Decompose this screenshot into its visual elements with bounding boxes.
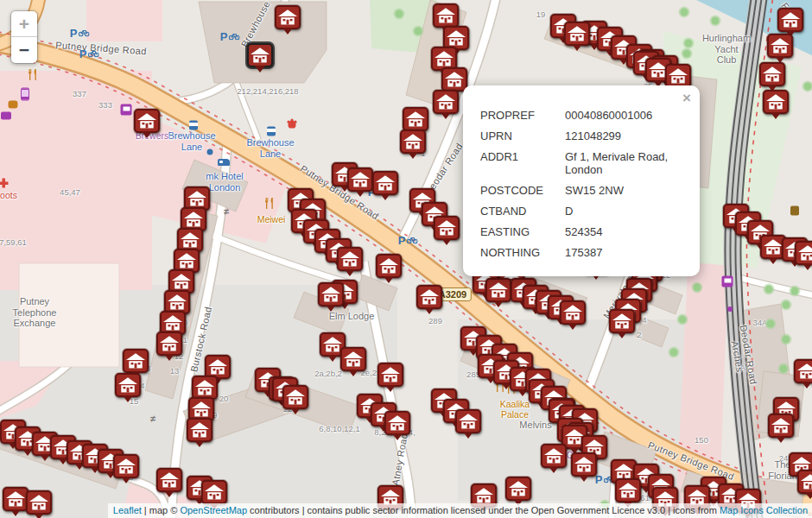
property-marker[interactable] — [505, 477, 531, 501]
selected-property-marker[interactable] — [247, 43, 273, 67]
popup-row: NORTHING175387 — [480, 242, 684, 262]
zoom-control: + − — [11, 11, 37, 63]
property-marker[interactable] — [115, 373, 141, 397]
tree-icon — [712, 17, 720, 25]
tree-icon — [783, 301, 790, 309]
property-marker[interactable] — [113, 454, 139, 478]
popup-field-label: NORTHING — [480, 246, 565, 259]
map-viewport[interactable]: 33733345,477,59,61212,214,216,218289285,… — [0, 0, 812, 518]
property-marker[interactable] — [485, 278, 511, 302]
property-marker[interactable] — [609, 309, 635, 333]
tree-icon — [681, 9, 688, 16]
property-marker[interactable] — [795, 241, 812, 265]
tree-icon — [396, 10, 403, 18]
tree-icon — [804, 83, 812, 91]
property-marker[interactable] — [347, 167, 373, 192]
property-marker[interactable] — [433, 90, 459, 114]
property-marker[interactable] — [384, 411, 410, 435]
popup-field-value: Gf 1, Merivale Road, London — [565, 150, 684, 176]
property-marker[interactable] — [3, 487, 29, 511]
property-marker[interactable] — [560, 300, 586, 325]
property-marker[interactable] — [282, 385, 308, 409]
popup-row: PROPREF00040860001006 — [480, 104, 684, 125]
attribution-link[interactable]: Leaflet — [113, 505, 142, 515]
tree-icon — [780, 365, 788, 373]
attribution-link[interactable]: OpenStreetMap — [180, 505, 247, 515]
zoom-out-button[interactable]: − — [11, 37, 37, 63]
property-marker[interactable] — [665, 64, 691, 88]
property-marker[interactable] — [797, 470, 812, 494]
attribution-link[interactable]: Map Icons Collection — [720, 505, 808, 515]
property-marker[interactable] — [541, 444, 567, 468]
popup-row: UPRN121048299 — [480, 125, 684, 146]
property-marker[interactable] — [337, 247, 363, 271]
property-marker[interactable] — [377, 363, 403, 387]
attribution-text: contributors | contains public sector in… — [247, 505, 720, 515]
tree-icon — [679, 316, 687, 324]
popup-field-value: SW15 2NW — [565, 184, 684, 197]
property-marker[interactable] — [441, 67, 467, 92]
attribution-text: | map © — [142, 505, 181, 515]
property-marker[interactable] — [767, 34, 793, 58]
popup-field-label: UPRN — [480, 130, 565, 142]
property-marker[interactable] — [455, 409, 481, 433]
property-marker[interactable] — [201, 480, 227, 504]
property-popup: × PROPREF00040860001006UPRN121048299ADDR… — [463, 85, 700, 276]
tree-icon — [767, 320, 775, 328]
tree-icon — [783, 336, 790, 344]
property-marker[interactable] — [564, 22, 590, 46]
property-marker[interactable] — [318, 282, 344, 306]
popup-field-label: CTBAND — [480, 205, 565, 218]
popup-field-label: ADDR1 — [480, 150, 565, 176]
popup-row: POSTCODESW15 2NW — [480, 180, 684, 200]
popup-rows: PROPREF00040860001006UPRN121048299ADDR1G… — [480, 104, 684, 262]
property-marker[interactable] — [416, 285, 442, 309]
popup-field-value: 175387 — [565, 246, 684, 259]
property-marker[interactable] — [763, 90, 789, 114]
map-attribution: Leaflet | map © OpenStreetMap contributo… — [108, 503, 812, 518]
popup-field-value: 524354 — [565, 225, 684, 238]
property-marker[interactable] — [275, 5, 301, 29]
popup-row: CTBANDD — [480, 200, 684, 221]
tree-icon — [415, 28, 422, 35]
property-marker[interactable] — [192, 376, 218, 400]
tree-icon — [685, 40, 693, 47]
property-marker[interactable] — [123, 349, 149, 373]
property-marker[interactable] — [156, 332, 182, 356]
tree-icon — [765, 286, 773, 294]
popup-close-icon[interactable]: × — [682, 90, 691, 107]
popup-field-label: PROPREF — [480, 109, 565, 122]
popup-field-value: D — [565, 205, 684, 218]
property-marker[interactable] — [187, 418, 213, 442]
property-marker[interactable] — [433, 3, 459, 28]
property-marker[interactable] — [571, 452, 597, 477]
popup-field-label: POSTCODE — [480, 184, 565, 197]
tree-icon — [670, 349, 678, 357]
popup-row: ADDR1Gf 1, Merivale Road, London — [480, 146, 684, 180]
popup-field-value: 121048299 — [565, 130, 684, 142]
property-marker[interactable] — [615, 478, 641, 502]
property-marker[interactable] — [794, 359, 812, 383]
property-marker[interactable] — [372, 171, 398, 195]
property-marker[interactable] — [26, 490, 52, 515]
property-marker[interactable] — [400, 130, 426, 154]
tree-icon — [694, 284, 701, 292]
tree-icon — [683, 50, 691, 58]
property-marker[interactable] — [759, 62, 785, 86]
property-marker[interactable] — [777, 8, 803, 32]
popup-row: EASTING524354 — [480, 221, 684, 242]
property-marker[interactable] — [403, 107, 428, 131]
popup-field-label: EASTING — [480, 225, 565, 238]
popup-field-value: 00040860001006 — [565, 109, 684, 122]
zoom-in-button[interactable]: + — [11, 11, 37, 37]
property-marker[interactable] — [340, 347, 366, 371]
property-marker[interactable] — [768, 414, 794, 438]
property-marker[interactable] — [156, 468, 182, 492]
property-marker[interactable] — [434, 216, 460, 240]
property-marker[interactable] — [134, 109, 160, 133]
tree-icon — [791, 287, 799, 295]
property-marker[interactable] — [376, 254, 402, 278]
